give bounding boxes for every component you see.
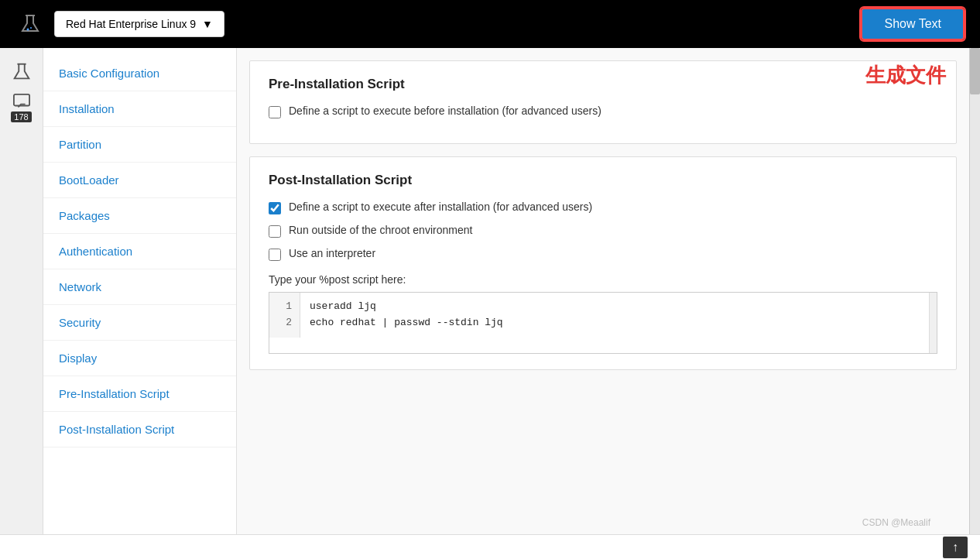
sidebar-flask-icon [7,57,36,87]
post-install-section: Post-Installation Script Define a script… [249,156,957,370]
icon-sidebar: 178 [0,48,43,534]
code-editor[interactable]: 1 2 useradd ljq echo redhat | passwd --s… [269,292,937,354]
code-content: useradd ljq echo redhat | passwd --stdin… [300,293,937,338]
pre-install-section: Pre-Installation Script Define a script … [249,60,957,144]
code-line-1: useradd ljq [310,299,927,315]
code-scrollbar[interactable] [929,293,937,353]
post-install-checkbox-row-2: Run outside of the chroot environment [269,224,937,238]
bottom-bar: ↑ [0,534,980,559]
right-scrollbar[interactable] [969,48,980,534]
post-install-title: Post-Installation Script [269,173,937,188]
post-install-checkbox-2[interactable] [269,225,281,238]
code-line-2: echo redhat | passwd --stdin ljq [310,315,927,331]
chat-icon[interactable]: 178 [7,93,36,122]
topbar: Red Hat Enterprise Linux 9 ▼ Show Text [0,0,980,48]
code-editor-inner: 1 2 useradd ljq echo redhat | passwd --s… [269,293,937,338]
line-numbers: 1 2 [269,293,300,338]
pre-install-title: Pre-Installation Script [269,77,937,92]
sidebar-item-security[interactable]: Security [43,305,236,341]
os-dropdown[interactable]: Red Hat Enterprise Linux 9 ▼ [54,11,224,37]
sidebar-item-pre-installation-script[interactable]: Pre-Installation Script [43,376,236,412]
line-number-2: 2 [277,315,292,331]
sidebar-item-packages[interactable]: Packages [43,198,236,234]
flask-icon [15,9,45,39]
topbar-left: Red Hat Enterprise Linux 9 ▼ [15,9,224,39]
nav-sidebar: Basic Configuration Installation Partiti… [43,48,237,534]
sidebar-item-partition[interactable]: Partition [43,127,236,163]
post-install-checkbox-label-2[interactable]: Run outside of the chroot environment [289,224,472,236]
script-prompt: Type your %post script here: [269,273,937,286]
pre-install-checkbox-row: Define a script to execute before instal… [269,105,937,118]
sidebar-item-basic-configuration[interactable]: Basic Configuration [43,56,236,91]
scroll-up-button[interactable]: ↑ [943,537,968,558]
main-layout: 178 Basic Configuration Installation Par… [0,48,980,534]
sidebar-item-display[interactable]: Display [43,341,236,376]
line-number-1: 1 [277,299,292,315]
post-install-checkbox-label-1[interactable]: Define a script to execute after install… [289,201,592,213]
post-install-checkbox-row-3: Use an interpreter [269,247,937,261]
sidebar-item-post-installation-script[interactable]: Post-Installation Script [43,412,236,448]
chat-badge: 178 [11,111,31,122]
os-dropdown-label: Red Hat Enterprise Linux 9 [66,18,196,30]
show-text-button[interactable]: Show Text [861,8,965,40]
sidebar-item-bootloader[interactable]: BootLoader [43,163,236,198]
svg-point-0 [27,29,29,31]
pre-install-checkbox-label[interactable]: Define a script to execute before instal… [289,105,601,117]
sidebar-item-installation[interactable]: Installation [43,91,236,127]
sidebar-item-network[interactable]: Network [43,269,236,305]
content-area: 生成文件 Pre-Installation Script Define a sc… [237,48,969,534]
pre-install-checkbox[interactable] [269,106,281,118]
sidebar-item-authentication[interactable]: Authentication [43,234,236,269]
post-install-checkbox-row-1: Define a script to execute after install… [269,201,937,214]
scrollbar-thumb [970,48,980,94]
chevron-down-icon: ▼ [202,18,213,30]
svg-point-1 [30,27,32,29]
post-install-checkbox-3[interactable] [269,249,281,261]
csdn-watermark: CSDN @Meaalif [862,517,930,528]
post-install-checkbox-label-3[interactable]: Use an interpreter [289,247,375,259]
post-install-checkbox-1[interactable] [269,202,281,214]
